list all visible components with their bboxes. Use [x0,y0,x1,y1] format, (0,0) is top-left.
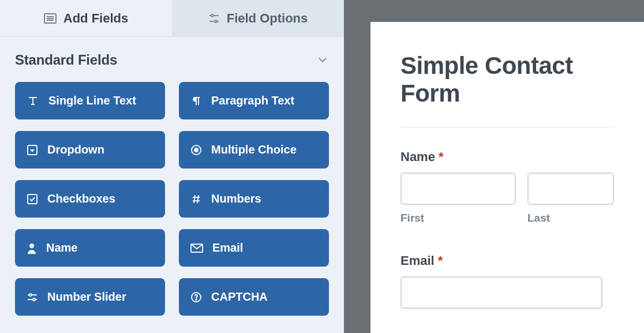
list-icon [44,13,57,24]
envelope-icon [190,244,203,253]
field-label: Single Line Text [48,94,136,107]
standard-fields-section: Standard Fields Single Line Text Para [0,37,344,316]
field-label: Multiple Choice [211,143,297,156]
sliders-icon [208,13,220,24]
first-sublabel: First [400,212,516,225]
field-checkboxes[interactable]: Checkboxes [15,180,165,218]
divider [400,127,614,128]
tab-label: Field Options [227,11,308,26]
field-paragraph-text[interactable]: Paragraph Text [179,82,329,119]
email-label-row: Email * [400,253,614,268]
name-inputs-row: First Last [400,173,614,225]
svg-point-22 [29,294,32,296]
first-name-input[interactable] [400,173,516,205]
field-dropdown[interactable]: Dropdown [15,131,165,169]
svg-line-18 [197,195,199,203]
field-label: Checkboxes [47,192,115,205]
preview-email-field[interactable]: Email * [400,253,614,309]
radio-icon [190,144,202,156]
field-label: Dropdown [47,143,104,156]
hash-icon [190,193,202,205]
svg-point-13 [194,148,198,152]
field-label: Number Slider [47,290,126,304]
svg-point-7 [215,20,217,23]
form-preview[interactable]: Simple Contact Form Name * First Last [370,22,644,333]
sidebar-tabs: Add Fields Field Options [0,0,344,37]
section-title: Standard Fields [15,52,117,68]
field-label: Numbers [211,192,261,205]
field-numbers[interactable]: Numbers [179,180,329,218]
email-input[interactable] [400,276,602,309]
field-single-line-text[interactable]: Single Line Text [15,82,165,119]
form-title: Simple Contact Form [400,52,614,107]
name-label-row: Name * [400,149,614,164]
text-cursor-icon [27,95,39,107]
field-label: CAPTCHA [211,290,268,304]
field-name[interactable]: Name [15,229,165,267]
field-grid: Single Line Text Paragraph Text Dropdown [15,82,329,316]
svg-point-19 [29,244,34,248]
form-builder: Add Fields Field Options Standard Fields [0,0,644,333]
tab-add-fields[interactable]: Add Fields [0,0,172,37]
field-label: Name [46,241,77,255]
email-label: Email [400,253,435,268]
user-icon [27,242,37,254]
tab-field-options[interactable]: Field Options [172,0,344,37]
field-label: Email [212,241,243,255]
svg-line-17 [194,195,195,203]
fields-sidebar: Add Fields Field Options Standard Fields [0,0,344,333]
svg-point-5 [211,14,214,17]
svg-point-24 [33,298,35,301]
form-canvas: Simple Contact Form Name * First Last [344,0,644,333]
chevron-down-icon [316,54,329,66]
checkbox-icon [27,193,38,205]
question-icon [190,291,202,303]
required-asterisk: * [438,253,443,268]
last-name-input[interactable] [527,173,614,205]
field-number-slider[interactable]: Number Slider [15,278,165,316]
tab-label: Add Fields [63,11,128,26]
field-label: Paragraph Text [211,94,294,107]
last-sublabel: Last [527,212,614,225]
preview-name-field[interactable]: Name * First Last [400,149,614,225]
name-label: Name [400,149,435,164]
sliders-icon [27,292,38,302]
dropdown-icon [27,144,38,156]
field-captcha[interactable]: CAPTCHA [179,278,329,316]
field-multiple-choice[interactable]: Multiple Choice [179,131,329,169]
paragraph-icon [190,95,202,107]
field-email[interactable]: Email [179,229,329,267]
section-header[interactable]: Standard Fields [15,52,329,68]
svg-rect-14 [28,194,37,204]
svg-point-26 [196,299,197,300]
required-asterisk: * [439,149,444,164]
